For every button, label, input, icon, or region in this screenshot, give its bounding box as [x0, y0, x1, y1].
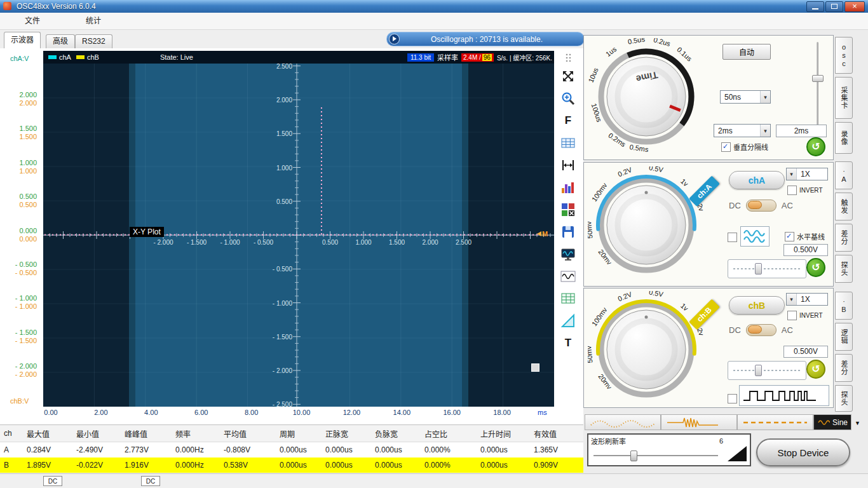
- checkbox-icon[interactable]: [721, 142, 731, 152]
- plot-handle[interactable]: [531, 363, 539, 372]
- vertical-divider-checkbox[interactable]: 垂直分隔线: [721, 142, 768, 152]
- fine-timebase-dropdown[interactable]: 50ns: [720, 90, 771, 104]
- tab-oscilloscope[interactable]: 示波器: [4, 32, 41, 48]
- timebase-vertical-slider[interactable]: [811, 42, 823, 130]
- tab-advanced[interactable]: 高级: [46, 34, 75, 48]
- side-tab-9[interactable]: 逻辑: [835, 323, 853, 351]
- channel-a-waveform-checkbox[interactable]: [728, 233, 737, 242]
- channel-b-coupling-toggle[interactable]: [746, 324, 776, 336]
- measurement-row-b[interactable]: B1.895V-0.022V1.916V0.000Hz0.538V0.000us…: [0, 458, 583, 473]
- grid-icon[interactable]: [560, 135, 576, 151]
- checkbox-icon[interactable]: [728, 233, 737, 242]
- slider-handle[interactable]: [630, 451, 637, 461]
- chevron-down-icon[interactable]: [787, 168, 797, 180]
- notification-banner[interactable]: Oscillograph : 20713 is available.: [386, 32, 585, 46]
- channel-a-enable-toggle[interactable]: chA: [729, 171, 785, 189]
- measure-icon[interactable]: [560, 157, 576, 173]
- y-tick-chb: 1.000: [0, 167, 37, 175]
- svg-text:1.000: 1.000: [276, 165, 292, 172]
- channel-b-probe-dropdown[interactable]: 1X: [786, 293, 828, 306]
- tab-rs232[interactable]: RS232: [75, 34, 112, 48]
- expand-icon[interactable]: [560, 68, 576, 85]
- waveform-tab-burst[interactable]: [661, 414, 737, 430]
- checkbox-icon[interactable]: [785, 232, 794, 241]
- meas-header-cell: 上升时间: [477, 428, 530, 439]
- menu-file[interactable]: 文件: [10, 13, 55, 29]
- grid-green-icon[interactable]: [560, 290, 576, 307]
- channel-b-enable-toggle[interactable]: chB: [729, 296, 785, 315]
- checkbox-icon[interactable]: [728, 394, 737, 403]
- save-icon[interactable]: [560, 224, 576, 240]
- side-tab-7[interactable]: 探头: [835, 255, 853, 283]
- channel-a-offset-field[interactable]: 0.500V: [783, 244, 828, 256]
- xy-plot-label[interactable]: X-Y Plot: [130, 227, 164, 237]
- side-tab-10[interactable]: 差分: [835, 354, 853, 382]
- checkbox-icon[interactable]: [787, 186, 797, 195]
- stop-device-button[interactable]: Stop Device: [756, 438, 850, 466]
- side-tab-1[interactable]: osc: [835, 37, 853, 74]
- measurement-row-a[interactable]: A0.284V-2.490V2.773V0.000Hz-0.808V0.000u…: [0, 442, 583, 458]
- side-tab-8[interactable]: ·B: [835, 292, 853, 320]
- coupling-handle[interactable]: [748, 325, 762, 334]
- svg-text:0.500: 0.500: [276, 198, 292, 205]
- oscilloscope-display[interactable]: - 2.000- 1.500- 1.000- 0.5000.5001.0001.…: [43, 64, 554, 407]
- side-tab-3[interactable]: 录像: [835, 122, 853, 154]
- refresh-rate-slider[interactable]: [593, 450, 718, 461]
- slider-handle[interactable]: [812, 75, 824, 82]
- svg-text:- 1.500: - 1.500: [187, 239, 207, 246]
- channel-a-baseline-checkbox[interactable]: 水平基线: [785, 231, 825, 241]
- svg-text:- 1.500: - 1.500: [273, 334, 293, 341]
- svg-text:2.000: 2.000: [276, 97, 292, 104]
- dropdown-arrow-icon[interactable]: [855, 418, 860, 427]
- histogram-icon[interactable]: [560, 179, 576, 196]
- fft-button[interactable]: F: [560, 112, 576, 129]
- channel-a-invert-checkbox[interactable]: INVERT: [787, 186, 823, 195]
- coarse-timebase-dropdown[interactable]: 2ms: [714, 124, 771, 137]
- coupling-a-selector[interactable]: DC: [43, 476, 62, 486]
- side-tab-4[interactable]: ·A: [835, 161, 853, 189]
- display-icon[interactable]: [560, 246, 576, 262]
- channel-windows-icon[interactable]: [560, 201, 576, 218]
- channel-b-pulse-checkbox[interactable]: [728, 394, 737, 403]
- zoom-in-icon[interactable]: [560, 90, 576, 107]
- menu-statistics[interactable]: 统计: [71, 13, 116, 29]
- triangle-ruler-icon[interactable]: [560, 313, 576, 329]
- side-tab-5[interactable]: 触发: [835, 193, 853, 220]
- side-tab-6[interactable]: 差分: [835, 224, 853, 252]
- side-tab-11[interactable]: 探头: [835, 385, 853, 412]
- waveform-tab-sine[interactable]: Sine: [813, 414, 851, 430]
- side-tab-2[interactable]: 采集卡: [835, 77, 853, 119]
- minimize-button[interactable]: [806, 1, 824, 12]
- coupling-b-selector[interactable]: DC: [141, 476, 160, 486]
- chevron-down-icon[interactable]: [760, 125, 770, 137]
- close-button[interactable]: [844, 1, 865, 12]
- channel-a-reset-button[interactable]: [806, 258, 825, 277]
- trigger-button[interactable]: T: [560, 335, 576, 351]
- coupling-handle[interactable]: [748, 201, 762, 209]
- channel-b-offset-field[interactable]: 0.500V: [783, 346, 828, 358]
- channel-b-volts-knob[interactable]: 20mv50mv100mv0.2V0.5V1v2v: [588, 291, 705, 409]
- svg-text:1.500: 1.500: [389, 239, 405, 246]
- channel-a-coupling-toggle[interactable]: [746, 200, 776, 212]
- waveform-tab-dashed[interactable]: [737, 414, 813, 430]
- channel-a-volts-knob[interactable]: 20mv50mv100mv0.2V0.5V1v2v: [588, 166, 705, 284]
- channel-a-probe-dropdown[interactable]: 1X: [786, 168, 828, 180]
- waveform-tab-dotted[interactable]: [585, 414, 661, 430]
- waveform-icon[interactable]: [560, 268, 576, 285]
- channel-a-offset-slider[interactable]: [728, 259, 806, 278]
- maximize-button[interactable]: [825, 1, 843, 12]
- channel-b-invert-checkbox[interactable]: INVERT: [787, 311, 823, 320]
- timebase-knob[interactable]: Time1us0.5us0.2us0.1us10us100us0.2ms0.5m…: [588, 38, 705, 156]
- timebase-reset-button[interactable]: [806, 137, 825, 156]
- channel-b-reset-button[interactable]: [806, 360, 825, 379]
- chevron-down-icon[interactable]: [787, 294, 797, 305]
- chevron-down-icon[interactable]: [760, 91, 770, 103]
- checkbox-icon[interactable]: [787, 311, 797, 320]
- grip-icon[interactable]: [560, 53, 576, 62]
- channel-b-offset-slider[interactable]: [728, 361, 806, 380]
- slider-handle[interactable]: [755, 365, 762, 376]
- trigger-marker[interactable]: M: [537, 230, 548, 238]
- slider-handle[interactable]: [755, 263, 762, 274]
- bottom-bar: DC DC: [0, 473, 868, 488]
- auto-button[interactable]: 自动: [722, 44, 771, 60]
